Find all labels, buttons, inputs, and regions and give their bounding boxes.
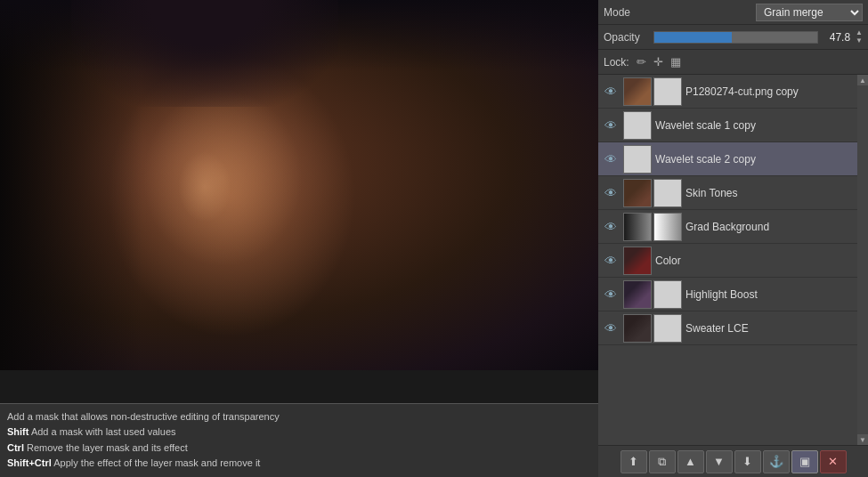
layer-main-thumb-6 (623, 280, 652, 309)
add-mask-button[interactable]: ▣ (791, 450, 818, 473)
photo-canvas: Add a mask that allows non-destructive e… (0, 0, 598, 477)
layer-main-thumb-4 (623, 213, 652, 241)
layer-main-thumb-2 (623, 145, 652, 174)
mode-label: Mode (604, 6, 630, 19)
layers-panel: Mode NormalDissolveMultiplyScreenOverlay… (598, 0, 868, 477)
layer-visibility-0[interactable]: 👁 (602, 85, 620, 99)
layer-item-0[interactable]: 👁P1280274-cut.png copy (598, 75, 857, 109)
duplicate-layer-button[interactable]: ⧉ (649, 450, 676, 473)
tooltip-panel: Add a mask that allows non-destructive e… (0, 403, 598, 477)
layer-thumbs-6 (623, 280, 682, 309)
tooltip-ctrl: Ctrl Remove the layer mask and its effec… (7, 441, 591, 457)
lock-label: Lock: (604, 56, 629, 69)
layer-item-6[interactable]: 👁Highlight Boost (598, 278, 857, 311)
mode-select[interactable]: NormalDissolveMultiplyScreenOverlayGrain… (756, 4, 863, 21)
lock-paint-icon[interactable]: ✏ (637, 55, 646, 69)
layer-thumbs-4 (623, 213, 682, 241)
layer-up-button[interactable]: ▲ (677, 450, 704, 473)
anchor-layer-button[interactable]: ⬇ (734, 450, 761, 473)
layer-main-thumb-5 (623, 247, 652, 275)
tooltip-shift-ctrl: Shift+Ctrl Apply the effect of the layer… (7, 456, 591, 472)
layer-name-7: Sweater LCE (685, 322, 854, 335)
layer-thumbs-0 (623, 77, 682, 106)
merge-down-button[interactable]: ⚓ (763, 450, 790, 473)
layer-thumbs-7 (623, 314, 682, 343)
layer-visibility-5[interactable]: 👁 (602, 254, 620, 268)
lock-alpha-icon[interactable]: ▦ (670, 55, 681, 69)
layer-name-5: Color (655, 255, 854, 267)
opacity-up-arrow[interactable]: ▲ (856, 29, 863, 36)
opacity-row: Opacity 47.8 ▲ ▼ (598, 25, 868, 50)
layer-main-thumb-7 (623, 314, 652, 343)
layer-down-button[interactable]: ▼ (706, 450, 733, 473)
layer-name-4: Grad Background (685, 221, 854, 233)
layer-mask-thumb-6 (653, 280, 682, 309)
lock-row: Lock: ✏ ✛ ▦ (598, 50, 868, 75)
layers-list: 👁P1280274-cut.png copy👁Wavelet scale 1 c… (598, 75, 857, 445)
layer-item-3[interactable]: 👁Skin Tones (598, 176, 857, 210)
new-layer-from-visible-button[interactable]: ⬆ (621, 450, 647, 473)
layer-name-6: Highlight Boost (685, 288, 854, 301)
delete-layer-button[interactable]: ✕ (820, 450, 847, 473)
layer-main-thumb-3 (623, 179, 652, 207)
scroll-down-arrow[interactable]: ▼ (857, 434, 868, 445)
layer-main-thumb-1 (623, 111, 652, 140)
layer-thumbs-2 (623, 145, 652, 174)
layer-visibility-2[interactable]: 👁 (602, 152, 620, 166)
layer-item-1[interactable]: 👁Wavelet scale 1 copy (598, 109, 857, 142)
layer-main-thumb-0 (623, 77, 652, 106)
lock-move-icon[interactable]: ✛ (653, 55, 663, 69)
layer-item-2[interactable]: 👁Wavelet scale 2 copy (598, 142, 857, 176)
layer-thumbs-3 (623, 179, 682, 207)
opacity-label: Opacity (604, 31, 648, 44)
layer-mask-thumb-0 (653, 77, 682, 106)
mode-row: Mode NormalDissolveMultiplyScreenOverlay… (598, 0, 868, 25)
opacity-value: 47.8 (823, 31, 850, 44)
layer-visibility-6[interactable]: 👁 (602, 287, 620, 302)
opacity-slider[interactable] (653, 31, 818, 44)
layer-mask-thumb-3 (653, 179, 682, 207)
tooltip-main: Add a mask that allows non-destructive e… (7, 409, 591, 425)
opacity-down-arrow[interactable]: ▼ (856, 37, 863, 44)
opacity-scrollers[interactable]: ▲ ▼ (856, 29, 863, 44)
layer-mask-thumb-7 (653, 314, 682, 343)
layer-name-2: Wavelet scale 2 copy (655, 153, 854, 166)
layer-name-0: P1280274-cut.png copy (685, 85, 854, 98)
tooltip-shift: Shift Add a mask with last used values (7, 424, 591, 441)
layer-thumbs-1 (623, 111, 652, 140)
bottom-toolbar: ⬆ ⧉ ▲ ▼ ⬇ ⚓ ▣ ✕ (598, 445, 868, 477)
layer-visibility-3[interactable]: 👁 (602, 186, 620, 200)
layer-item-5[interactable]: 👁Color (598, 244, 857, 278)
layer-visibility-1[interactable]: 👁 (602, 118, 620, 133)
layer-visibility-7[interactable]: 👁 (602, 321, 620, 336)
layer-name-3: Skin Tones (685, 187, 854, 199)
layer-visibility-4[interactable]: 👁 (602, 220, 620, 234)
layers-scrollbar[interactable]: ▲ ▼ (857, 75, 868, 445)
layer-item-7[interactable]: 👁Sweater LCE (598, 311, 857, 345)
layer-item-4[interactable]: 👁Grad Background (598, 210, 857, 244)
layer-thumbs-5 (623, 247, 652, 275)
layer-mask-thumb-4 (653, 213, 682, 241)
layer-name-1: Wavelet scale 1 copy (655, 119, 854, 132)
scroll-up-arrow[interactable]: ▲ (857, 75, 868, 85)
